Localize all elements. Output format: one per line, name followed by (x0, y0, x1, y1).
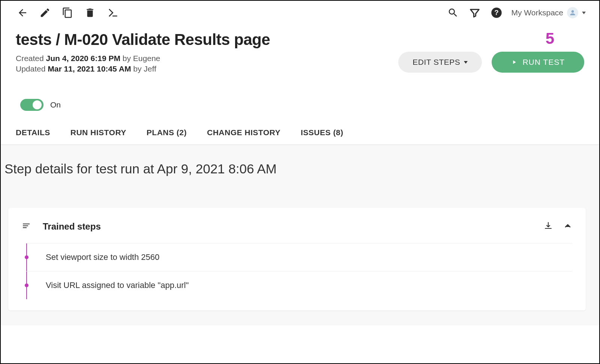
page-title: M-020 Validate Results page (64, 31, 270, 48)
toggle-row: On (1, 75, 599, 111)
tab-change-history[interactable]: CHANGE HISTORY (207, 128, 280, 137)
updated-meta: Updated Mar 11, 2021 10:45 AM by Jeff (16, 64, 387, 73)
updated-date: Mar 11, 2021 10:45 AM (48, 64, 131, 73)
enable-toggle[interactable] (20, 99, 44, 111)
card-title: Trained steps (43, 221, 101, 232)
chevron-down-icon (464, 61, 468, 64)
details-heading: Step details for test run at Apr 9, 2021… (4, 161, 599, 176)
timeline-dot-icon (25, 255, 28, 259)
play-icon (511, 59, 517, 65)
edit-icon[interactable] (38, 6, 52, 19)
action-row: EDIT STEPS RUN TEST (398, 52, 584, 73)
run-test-button[interactable]: RUN TEST (492, 52, 584, 73)
created-by-label: by (120, 54, 133, 63)
toolbar-left (16, 6, 119, 19)
top-toolbar: ? My Workspace (1, 1, 599, 22)
toggle-label: On (50, 100, 61, 109)
tab-plans[interactable]: PLANS (2) (147, 128, 187, 137)
svg-text:?: ? (494, 9, 498, 16)
tabs: DETAILS RUN HISTORY PLANS (2) CHANGE HIS… (1, 111, 599, 145)
step-text: Visit URL assigned to variable "app.url" (46, 280, 189, 290)
toggle-knob (33, 100, 42, 109)
toolbar-right: ? My Workspace (446, 6, 586, 19)
copy-icon[interactable] (61, 6, 74, 19)
updated-by: Jeff (144, 64, 156, 73)
help-icon[interactable]: ? (490, 6, 503, 19)
run-test-label: RUN TEST (522, 58, 565, 67)
notes-icon (22, 221, 31, 232)
timeline-dot-icon (25, 283, 28, 287)
header-left: tests / M-020 Validate Results page Crea… (16, 31, 387, 75)
created-meta: Created Jun 4, 2020 6:19 PM by Eugene (16, 54, 387, 63)
step-item[interactable]: Visit URL assigned to variable "app.url" (26, 271, 572, 299)
chevron-up-icon[interactable] (563, 221, 572, 232)
edit-steps-button[interactable]: EDIT STEPS (398, 52, 482, 73)
filter-icon[interactable] (468, 6, 482, 19)
created-date: Jun 4, 2020 6:19 PM (46, 54, 120, 63)
tab-run-history[interactable]: RUN HISTORY (70, 128, 126, 137)
terminal-icon[interactable] (106, 6, 119, 19)
details-section: Step details for test run at Apr 9, 2021… (1, 145, 599, 325)
header-right: 5 EDIT STEPS RUN TEST (398, 31, 584, 73)
tab-details[interactable]: DETAILS (16, 128, 50, 137)
download-icon[interactable] (544, 221, 553, 232)
workspace-label: My Workspace (512, 8, 563, 17)
avatar-icon (567, 7, 578, 18)
edit-steps-label: EDIT STEPS (412, 58, 460, 67)
callout-number: 5 (546, 31, 554, 46)
breadcrumb-separator: / (52, 31, 64, 48)
card-header: Trained steps (22, 221, 572, 232)
created-label: Created (16, 54, 46, 63)
svg-point-2 (572, 10, 574, 13)
back-icon[interactable] (16, 6, 29, 19)
workspace-selector[interactable]: My Workspace (512, 7, 586, 18)
breadcrumb-root[interactable]: tests (16, 31, 52, 48)
page-header: tests / M-020 Validate Results page Crea… (1, 22, 599, 75)
chevron-down-icon (582, 12, 586, 14)
created-by: Eugene (133, 54, 160, 63)
updated-label: Updated (16, 64, 48, 73)
step-list: Set viewport size to width 2560 Visit UR… (22, 243, 572, 299)
search-icon[interactable] (446, 6, 460, 19)
step-item[interactable]: Set viewport size to width 2560 (26, 243, 572, 271)
trained-steps-card: Trained steps Set v (8, 208, 586, 310)
tab-issues[interactable]: ISSUES (8) (301, 128, 344, 137)
card-header-left: Trained steps (22, 221, 532, 232)
updated-by-label: by (131, 64, 144, 73)
delete-icon[interactable] (83, 6, 97, 19)
step-text: Set viewport size to width 2560 (46, 252, 159, 262)
card-header-right (544, 221, 572, 232)
breadcrumb: tests / M-020 Validate Results page (16, 31, 387, 49)
